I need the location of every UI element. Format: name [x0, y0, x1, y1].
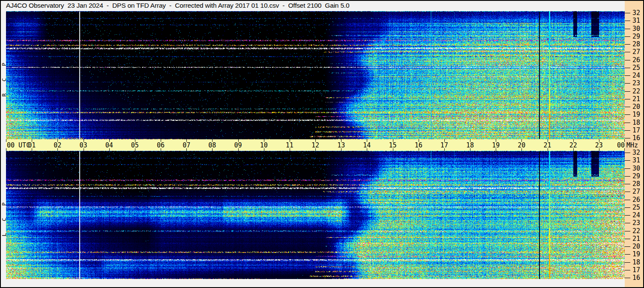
hour-tick: [186, 139, 187, 142]
hour-tick: [521, 139, 522, 142]
freq-tick-label: 22: [632, 228, 643, 234]
freq-tick-label: 23: [632, 80, 643, 87]
freq-tick: [625, 13, 630, 13]
freq-tick: [625, 200, 630, 200]
hour-tick: [161, 139, 161, 142]
freq-tick: [625, 270, 630, 270]
rcp-spectrogram: [6, 11, 625, 139]
freq-tick: [625, 99, 630, 99]
freq-tick-label: 22: [632, 88, 643, 95]
hour-tick: [84, 139, 84, 142]
hour-tick: [290, 139, 290, 142]
freq-tick-label: 31: [632, 157, 643, 164]
hour-tick: [393, 139, 393, 142]
hour-tick: [444, 139, 445, 142]
hour-tick: [470, 139, 470, 142]
freq-tick: [625, 75, 630, 76]
freq-tick-label: 20: [632, 103, 643, 110]
title-bar: AJ4CO Observatory 23 Jan 2024 - DPS on T…: [1, 1, 625, 11]
utc-end-label: 00: [617, 141, 625, 149]
freq-tick-label: 31: [632, 17, 643, 24]
freq-tick-label: 32: [632, 9, 643, 16]
freq-tick: [625, 239, 630, 239]
time-axis: 00 UTC 00 010203040506070809101112131415…: [6, 139, 625, 151]
freq-tick-label: 29: [632, 33, 643, 40]
hour-tick: [32, 139, 32, 142]
freq-tick-label: 21: [632, 235, 643, 242]
spectrogram-window: AJ4CO Observatory 23 Jan 2024 - DPS on T…: [0, 0, 644, 288]
freq-tick-label: 32: [632, 149, 643, 156]
freq-tick: [625, 278, 630, 278]
freq-tick: [625, 262, 630, 263]
freq-tick-label: 24: [632, 212, 643, 219]
freq-tick: [625, 184, 630, 184]
freq-tick-label: 20: [632, 243, 643, 250]
hour-tick: [264, 139, 264, 142]
freq-tick: [625, 160, 630, 161]
freq-tick: [625, 130, 630, 131]
utc-start-label: 00 UTC: [7, 141, 30, 149]
mhz-unit-label: MHz: [626, 141, 638, 149]
lcp-panel-label: L C P: [1, 195, 6, 240]
freq-tick-label: 19: [632, 111, 643, 118]
freq-tick: [625, 60, 630, 60]
freq-tick-label: 28: [632, 41, 643, 48]
lcp-spectrogram: [6, 151, 625, 279]
hour-tick: [548, 139, 548, 142]
freq-tick: [625, 153, 630, 153]
freq-tick-label: 28: [632, 180, 643, 187]
freq-tick: [625, 192, 630, 192]
freq-tick-label: 18: [632, 119, 643, 126]
hour-tick: [6, 139, 6, 142]
freq-tick-label: 27: [632, 188, 643, 195]
freq-tick: [625, 52, 630, 52]
freq-tick: [625, 207, 630, 208]
freq-tick-label: 19: [632, 251, 643, 258]
freq-tick: [625, 176, 630, 177]
freq-tick-label: 18: [632, 259, 643, 266]
freq-tick-label: 26: [632, 57, 643, 63]
freq-tick-label: 27: [632, 48, 643, 55]
frequency-scale: MHz 323130292827262524232221201918171632…: [625, 1, 643, 287]
freq-tick: [625, 83, 630, 84]
freq-tick-label: 16: [632, 135, 643, 141]
freq-tick: [625, 68, 630, 68]
freq-tick: [625, 107, 630, 107]
freq-tick-label: 21: [632, 96, 643, 102]
freq-tick: [625, 138, 630, 138]
freq-tick: [625, 215, 630, 216]
hour-tick: [57, 139, 58, 142]
hour-tick: [367, 139, 367, 142]
freq-tick: [625, 231, 630, 231]
hour-tick: [573, 139, 574, 142]
hour-tick: [341, 139, 341, 142]
freq-tick-label: 30: [632, 165, 643, 172]
rcp-panel-label: R C P: [1, 55, 6, 100]
page-title: AJ4CO Observatory 23 Jan 2024 - DPS on T…: [6, 2, 349, 9]
hour-tick: [135, 139, 135, 142]
freq-tick: [625, 168, 630, 169]
freq-tick: [625, 29, 630, 29]
freq-tick-label: 25: [632, 64, 643, 71]
freq-tick-label: 30: [632, 25, 643, 32]
hour-tick: [315, 139, 316, 142]
hour-tick: [109, 139, 110, 142]
freq-tick: [625, 123, 630, 123]
freq-tick: [625, 246, 630, 247]
freq-tick-label: 26: [632, 196, 643, 203]
freq-tick: [625, 36, 630, 37]
hour-tick: [212, 139, 213, 142]
freq-tick-label: 17: [632, 127, 643, 134]
hour-tick: [599, 139, 599, 142]
freq-tick: [625, 91, 630, 92]
freq-tick-label: 24: [632, 72, 643, 79]
hour-tick: [496, 139, 496, 142]
freq-tick-label: 16: [632, 274, 643, 281]
freq-tick-label: 23: [632, 219, 643, 226]
freq-tick: [625, 114, 630, 115]
freq-tick-label: 17: [632, 267, 643, 273]
hour-tick: [238, 139, 239, 142]
freq-tick: [625, 254, 630, 255]
freq-tick: [625, 44, 630, 45]
hour-tick: [419, 139, 419, 142]
